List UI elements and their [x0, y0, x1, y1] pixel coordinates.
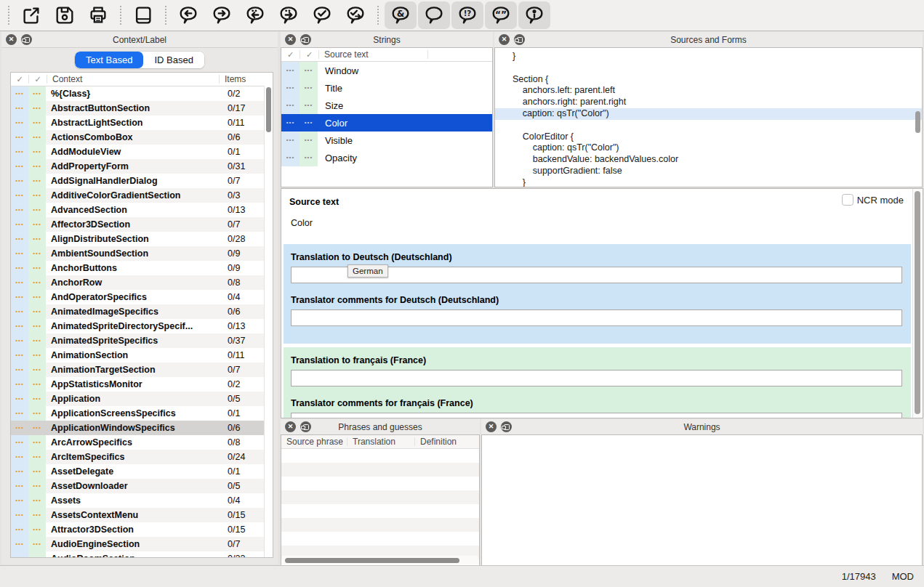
- context-row[interactable]: ••••••AdvancedSection0/13: [11, 203, 273, 217]
- obsolete-check-cell[interactable]: •••: [11, 537, 28, 551]
- finished-check-cell[interactable]: •••: [28, 406, 46, 421]
- finished-check-cell[interactable]: •••: [28, 392, 46, 406]
- close-icon[interactable]: ✕: [486, 421, 497, 432]
- finished-check-cell[interactable]: •••: [28, 333, 46, 348]
- context-row[interactable]: ••••••Attractor3DSection0/15: [11, 522, 273, 537]
- close-icon[interactable]: ✕: [499, 34, 510, 45]
- obsolete-check-cell[interactable]: •••: [11, 217, 28, 232]
- context-row[interactable]: ••••••AudioEngineSection0/7: [11, 537, 273, 551]
- finished-check-cell[interactable]: •••: [28, 290, 46, 304]
- finished-check-cell[interactable]: •••: [300, 62, 318, 79]
- finished-check-cell[interactable]: •••: [28, 174, 46, 188]
- toggle-accelerators-button[interactable]: &: [385, 1, 417, 29]
- next-unfinished-button[interactable]: [206, 1, 238, 29]
- context-row[interactable]: ••••••AbstractButtonSection0/17: [11, 101, 273, 116]
- finished-check-cell[interactable]: •••: [28, 86, 46, 101]
- sources-scrollbar[interactable]: [914, 49, 922, 186]
- obsolete-check-cell[interactable]: •••: [11, 464, 28, 479]
- float-icon[interactable]: [21, 34, 32, 45]
- context-row[interactable]: ••••••AmbientSoundSection0/9: [11, 246, 273, 261]
- string-row[interactable]: ••••••Visible: [281, 131, 492, 149]
- finished-check-cell[interactable]: •••: [28, 319, 46, 333]
- obsolete-check-cell[interactable]: •••: [281, 131, 300, 149]
- phrasebook-button[interactable]: [127, 1, 159, 29]
- context-row[interactable]: ••••••AnimatedSpriteSpecifics0/37: [11, 333, 273, 348]
- finished-check-cell[interactable]: •••: [28, 101, 46, 116]
- obsolete-check-cell[interactable]: •••: [11, 188, 28, 203]
- context-row[interactable]: ••••••AssetsContextMenu0/15: [11, 508, 273, 522]
- close-icon[interactable]: ✕: [285, 421, 296, 432]
- close-icon[interactable]: ✕: [285, 34, 296, 45]
- obsolete-check-cell[interactable]: •••: [281, 97, 300, 114]
- obsolete-check-cell[interactable]: •••: [11, 406, 28, 421]
- context-row[interactable]: ••••••AddModuleView0/1: [11, 145, 273, 159]
- obsolete-check-cell[interactable]: •••: [11, 493, 28, 508]
- finished-check-cell[interactable]: •••: [28, 246, 46, 261]
- prev-unfinished-button[interactable]: [172, 1, 204, 29]
- string-row[interactable]: ••••••Color: [281, 114, 492, 131]
- context-row[interactable]: ••••••AnimatedImageSpecifics0/6: [11, 304, 273, 319]
- obsolete-check-cell[interactable]: •••: [11, 522, 28, 537]
- obsolete-check-cell[interactable]: •••: [11, 159, 28, 174]
- finished-check-cell[interactable]: •••: [300, 97, 318, 114]
- comments-input-de[interactable]: [291, 309, 902, 326]
- obsolete-check-cell[interactable]: •••: [11, 435, 28, 450]
- context-column-header[interactable]: Context: [47, 75, 220, 84]
- obsolete-check-cell[interactable]: •••: [11, 275, 28, 290]
- context-row[interactable]: ••••••ArcItemSpecifics0/24: [11, 450, 273, 464]
- translation-input-fr[interactable]: [291, 370, 902, 386]
- obsolete-check-cell[interactable]: •••: [11, 508, 28, 522]
- toggle-whitespace-button[interactable]: [418, 1, 450, 29]
- obsolete-check-cell[interactable]: •••: [11, 130, 28, 145]
- obsolete-check-cell[interactable]: •••: [11, 333, 28, 348]
- tab-id-based[interactable]: ID Based: [143, 52, 204, 68]
- context-row[interactable]: ••••••AddPropertyForm0/31: [11, 159, 273, 174]
- ncr-mode-checkbox[interactable]: [842, 194, 853, 206]
- source-phrase-column-header[interactable]: Source phrase: [281, 437, 347, 446]
- obsolete-check-cell[interactable]: •••: [11, 479, 28, 493]
- float-icon[interactable]: [300, 34, 311, 45]
- finished-check-cell[interactable]: •••: [28, 217, 46, 232]
- context-row[interactable]: ••••••Affector3DSection0/7: [11, 217, 273, 232]
- finished-check-cell[interactable]: •••: [28, 537, 46, 551]
- context-row[interactable]: ••••••AnimationSection0/11: [11, 348, 273, 363]
- context-row[interactable]: ••••••AssetDelegate0/1: [11, 464, 273, 479]
- finished-check-cell[interactable]: •••: [28, 377, 46, 392]
- finished-check-cell[interactable]: •••: [28, 493, 46, 508]
- tab-text-based[interactable]: Text Based: [75, 52, 143, 68]
- obsolete-check-cell[interactable]: •••: [281, 79, 300, 97]
- finished-check-cell[interactable]: •••: [28, 464, 46, 479]
- translation-column-header[interactable]: Translation: [347, 437, 415, 446]
- obsolete-check-cell[interactable]: •••: [11, 232, 28, 246]
- finished-check-cell[interactable]: •••: [28, 159, 46, 174]
- obsolete-check-cell[interactable]: •••: [11, 392, 28, 406]
- finished-check-cell[interactable]: •••: [300, 79, 318, 97]
- context-row[interactable]: ••••••AnimationTargetSection0/7: [11, 363, 273, 377]
- finished-check-cell[interactable]: •••: [28, 522, 46, 537]
- finished-check-cell[interactable]: •••: [300, 131, 318, 149]
- obsolete-check-cell[interactable]: •••: [281, 62, 300, 79]
- source-text-column-header[interactable]: Source text: [319, 50, 428, 59]
- print-button[interactable]: [82, 1, 114, 29]
- obsolete-check-cell[interactable]: •••: [11, 246, 28, 261]
- obsolete-check-cell[interactable]: •••: [11, 377, 28, 392]
- obsolete-check-cell[interactable]: •••: [281, 114, 300, 131]
- obsolete-check-cell[interactable]: •••: [11, 363, 28, 377]
- context-row[interactable]: ••••••ApplicationScreensSpecifics0/1: [11, 406, 273, 421]
- obsolete-check-cell[interactable]: •••: [11, 101, 28, 116]
- context-row[interactable]: ••••••ArcArrowSpecifics0/8: [11, 435, 273, 450]
- toggle-placemarkers-button[interactable]: [518, 1, 550, 29]
- scrollbar-thumb[interactable]: [915, 111, 920, 133]
- finished-check-cell[interactable]: •••: [28, 203, 46, 217]
- context-row[interactable]: ••••••AbstractLightSection0/11: [11, 116, 273, 130]
- obsolete-check-cell[interactable]: •••: [281, 149, 300, 166]
- context-row[interactable]: ••••••Assets0/4: [11, 493, 273, 508]
- context-row[interactable]: ••••••AppStatisticsMonitor0/2: [11, 377, 273, 392]
- finished-check-cell[interactable]: •••: [300, 149, 318, 166]
- finished-check-cell[interactable]: •••: [28, 275, 46, 290]
- context-row[interactable]: ••••••AdditiveColorGradientSection0/3: [11, 188, 273, 203]
- finished-check-cell[interactable]: •••: [28, 130, 46, 145]
- phrases-hscrollbar[interactable]: [282, 556, 478, 564]
- done-button[interactable]: [306, 1, 338, 29]
- finished-check-cell[interactable]: •••: [28, 116, 46, 130]
